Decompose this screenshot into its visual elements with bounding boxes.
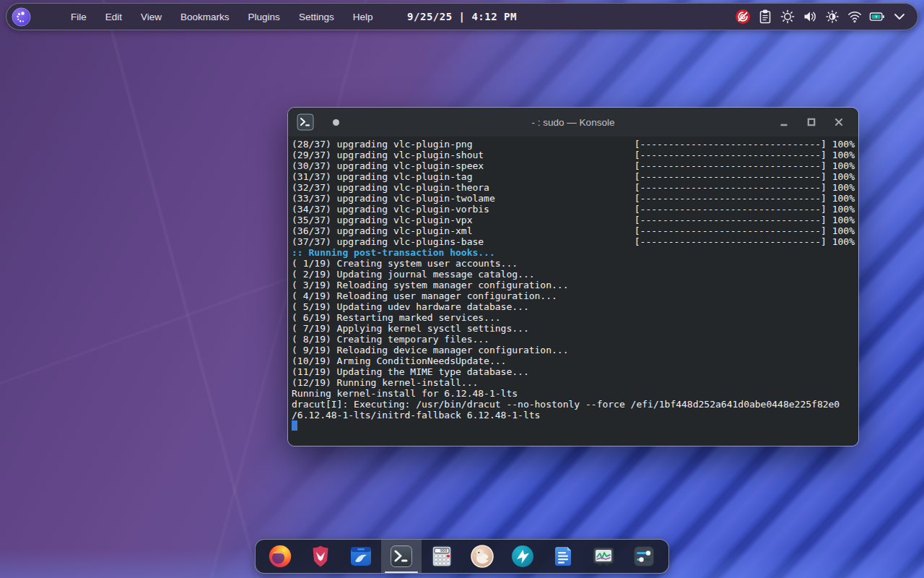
dock-item-brave[interactable] bbox=[300, 540, 341, 573]
terminal-text: (31/37) upgrading vlc-plugin-tag bbox=[292, 171, 472, 182]
svg-text:900: 900 bbox=[440, 548, 447, 553]
terminal-text: (10/19) Arming ConditionNeedsUpdate... bbox=[292, 355, 506, 366]
window-titlebar[interactable]: - : sudo — Konsole bbox=[288, 108, 858, 137]
spacer bbox=[484, 236, 635, 247]
terminal-text: (33/37) upgrading vlc-plugin-twolame bbox=[292, 193, 495, 204]
dock-item-bird-avatar-app[interactable] bbox=[462, 540, 502, 573]
terminal-line: (37/37) upgrading vlc-plugins-base[-----… bbox=[292, 236, 855, 247]
terminal-line: /6.12.48-1-lts/initrd-fallback 6.12.48-1… bbox=[292, 410, 855, 420]
terminal-text: (37/37) upgrading vlc-plugins-base bbox=[292, 236, 484, 247]
spacer bbox=[495, 193, 635, 204]
konsole-icon bbox=[297, 113, 314, 131]
dock-item-text-editor[interactable] bbox=[543, 540, 583, 573]
progress-bar: [--------------------------------] 100% bbox=[635, 225, 855, 236]
terminal-line: (35/37) upgrading vlc-plugin-vpx[-------… bbox=[292, 215, 855, 225]
terminal-text: Running kernel-install for 6.12.48-1-lts bbox=[292, 388, 518, 399]
clipboard-icon[interactable] bbox=[757, 9, 773, 25]
terminal-line: (30/37) upgrading vlc-plugin-speex[-----… bbox=[292, 160, 855, 171]
terminal-line: ( 9/19) Reloading device manager configu… bbox=[292, 345, 855, 355]
terminal-text: (32/37) upgrading vlc-plugin-theora bbox=[292, 182, 489, 193]
dock-item-system-settings[interactable] bbox=[624, 540, 664, 573]
clock[interactable]: 9/25/25 | 4:12 PM bbox=[407, 11, 517, 22]
dock-item-konsole[interactable] bbox=[381, 540, 422, 573]
pin-indicator-icon[interactable] bbox=[333, 119, 339, 126]
terminal-text: ( 2/19) Updating journal message catalog… bbox=[292, 269, 535, 280]
terminal-line: (28/37) upgrading vlc-plugin-png[-------… bbox=[292, 139, 855, 150]
terminal-line: ( 7/19) Applying kernel sysctl settings.… bbox=[292, 323, 855, 334]
terminal-text: :: Running post-transaction hooks... bbox=[292, 247, 495, 258]
dock-item-system-monitor[interactable] bbox=[583, 540, 624, 573]
terminal-text: dracut[I]: Executing: /usr/bin/dracut --… bbox=[292, 399, 840, 410]
menu-view[interactable]: View bbox=[133, 9, 170, 25]
terminal-line: (34/37) upgrading vlc-plugin-vorbis[----… bbox=[292, 204, 855, 215]
terminal-cursor bbox=[292, 420, 297, 431]
menu-file[interactable]: File bbox=[63, 9, 95, 25]
dock-item-kcalc[interactable]: 900 bbox=[422, 540, 462, 573]
terminal-line: ( 8/19) Creating temporary files... bbox=[292, 334, 855, 345]
terminal-output[interactable]: (28/37) upgrading vlc-plugin-png[-------… bbox=[288, 137, 858, 446]
terminal-line: (33/37) upgrading vlc-plugin-twolame[---… bbox=[292, 193, 855, 204]
terminal-text: (12/19) Running kernel-install... bbox=[292, 377, 478, 388]
dock-item-dolphin-file-manager[interactable] bbox=[341, 540, 381, 573]
terminal-text: ( 7/19) Applying kernel sysctl settings.… bbox=[292, 323, 529, 334]
progress-bar: [--------------------------------] 100% bbox=[635, 204, 855, 215]
terminal-line: ( 1/19) Creating system user accounts... bbox=[292, 258, 855, 269]
terminal-line: ( 2/19) Updating journal message catalog… bbox=[292, 269, 855, 280]
spacer bbox=[489, 182, 635, 193]
terminal-text: (29/37) upgrading vlc-plugin-shout bbox=[292, 150, 484, 160]
terminal-text: (28/37) upgrading vlc-plugin-png bbox=[292, 139, 472, 150]
menu-settings[interactable]: Settings bbox=[291, 9, 342, 25]
progress-bar: [--------------------------------] 100% bbox=[635, 160, 855, 171]
terminal-line: (12/19) Running kernel-install... bbox=[292, 377, 855, 388]
terminal-text: ( 5/19) Updating udev hardware database.… bbox=[292, 301, 529, 312]
volume-icon[interactable] bbox=[802, 9, 818, 25]
terminal-line: (32/37) upgrading vlc-plugin-theora[----… bbox=[292, 182, 855, 193]
night-light-icon[interactable] bbox=[780, 9, 796, 25]
spacer bbox=[472, 215, 634, 225]
menu-edit[interactable]: Edit bbox=[97, 9, 130, 25]
progress-bar: [--------------------------------] 100% bbox=[635, 150, 855, 160]
terminal-line: dracut[I]: Executing: /usr/bin/dracut --… bbox=[292, 399, 855, 410]
system-tray bbox=[735, 9, 918, 25]
terminal-line: (11/19) Updating the MIME type database.… bbox=[292, 366, 855, 377]
terminal-text: (11/19) Updating the MIME type database.… bbox=[292, 366, 529, 377]
maximize-button[interactable] bbox=[806, 117, 816, 127]
terminal-line: (36/37) upgrading vlc-plugin-xml[-------… bbox=[292, 225, 855, 236]
menu-help[interactable]: Help bbox=[345, 9, 381, 25]
dock: 900 bbox=[255, 539, 669, 574]
spacer bbox=[472, 171, 634, 182]
terminal-text: ( 3/19) Reloading system manager configu… bbox=[292, 280, 569, 290]
desktop: FileEditViewBookmarksPluginsSettingsHelp… bbox=[0, 0, 924, 578]
dock-item-falkon-browser[interactable] bbox=[502, 540, 543, 573]
close-button[interactable] bbox=[834, 117, 844, 127]
konsole-window: - : sudo — Konsole (28/37) upgrading vlc… bbox=[287, 107, 859, 447]
menu-plugins[interactable]: Plugins bbox=[240, 9, 288, 25]
terminal-text: (35/37) upgrading vlc-plugin-vpx bbox=[292, 215, 472, 225]
minimize-button[interactable] bbox=[779, 117, 789, 127]
privacy-blocker-icon[interactable] bbox=[735, 9, 751, 25]
spacer bbox=[484, 160, 635, 171]
menu-bookmarks[interactable]: Bookmarks bbox=[173, 9, 237, 25]
terminal-line: Running kernel-install for 6.12.48-1-lts bbox=[292, 388, 855, 399]
expand-tray-icon[interactable] bbox=[892, 9, 907, 25]
terminal-text: ( 1/19) Creating system user accounts... bbox=[292, 258, 518, 269]
terminal-text: (34/37) upgrading vlc-plugin-vorbis bbox=[292, 204, 489, 215]
terminal-text: ( 8/19) Creating temporary files... bbox=[292, 334, 489, 345]
distro-logo-icon[interactable] bbox=[12, 7, 31, 27]
battery-icon[interactable] bbox=[869, 9, 885, 25]
wifi-icon[interactable] bbox=[847, 9, 863, 25]
brightness-icon[interactable] bbox=[824, 9, 840, 25]
progress-bar: [--------------------------------] 100% bbox=[635, 236, 855, 247]
terminal-text: ( 9/19) Reloading device manager configu… bbox=[292, 345, 569, 355]
global-menu: FileEditViewBookmarksPluginsSettingsHelp bbox=[63, 9, 380, 25]
spacer bbox=[472, 225, 634, 236]
terminal-line: (10/19) Arming ConditionNeedsUpdate... bbox=[292, 355, 855, 366]
window-controls bbox=[779, 117, 858, 127]
terminal-text: /6.12.48-1-lts/initrd-fallback 6.12.48-1… bbox=[292, 410, 540, 420]
spacer bbox=[484, 150, 635, 160]
terminal-line: ( 4/19) Reloading user manager configura… bbox=[292, 290, 855, 301]
terminal-line: (29/37) upgrading vlc-plugin-shout[-----… bbox=[292, 150, 855, 160]
progress-bar: [--------------------------------] 100% bbox=[635, 171, 855, 182]
dock-item-firefox[interactable] bbox=[260, 540, 300, 573]
terminal-line: (31/37) upgrading vlc-plugin-tag[-------… bbox=[292, 171, 855, 182]
